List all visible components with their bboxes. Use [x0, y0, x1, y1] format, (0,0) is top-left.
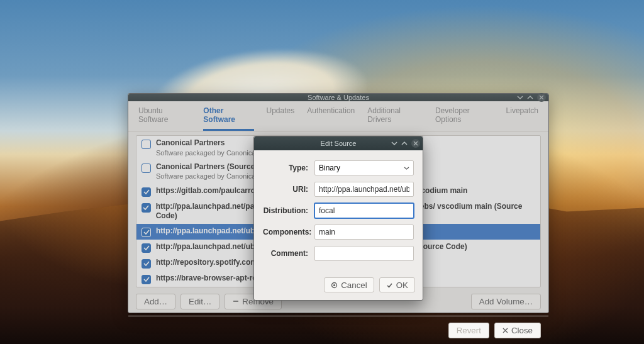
uri-input[interactable]	[314, 182, 414, 197]
minus-icon	[233, 298, 239, 304]
window-title: Software & Updates	[308, 94, 369, 101]
checkbox[interactable]	[142, 164, 151, 173]
cancel-button-label: Cancel	[341, 280, 367, 290]
add-volume-button[interactable]: Add Volume…	[471, 294, 541, 309]
checkbox[interactable]	[142, 187, 151, 197]
checkbox[interactable]	[142, 275, 151, 284]
edit-source-dialog: Edit Source Type: Binary	[253, 136, 423, 301]
uri-label: URI:	[263, 185, 314, 194]
chevron-up-icon[interactable]	[401, 140, 408, 147]
dialog-titlebar[interactable]: Edit Source	[254, 136, 423, 150]
svg-point-1	[333, 284, 335, 286]
distribution-input[interactable]	[314, 203, 414, 218]
add-button[interactable]: Add…	[136, 294, 175, 309]
distribution-label: Distribution:	[263, 206, 314, 215]
components-input[interactable]	[314, 225, 414, 240]
tab-livepatch[interactable]: Livepatch	[506, 106, 538, 131]
chevron-up-icon[interactable]	[527, 94, 533, 101]
chevron-down-icon[interactable]	[517, 94, 523, 101]
components-label: Components:	[263, 228, 314, 236]
checkbox[interactable]	[142, 203, 151, 213]
close-button-label: Close	[511, 326, 533, 335]
cancel-icon	[331, 282, 338, 289]
checkbox[interactable]	[142, 243, 151, 253]
tab-developer-options[interactable]: Developer Options	[435, 106, 494, 131]
cancel-button[interactable]: Cancel	[324, 277, 374, 292]
revert-button[interactable]: Revert	[448, 323, 489, 338]
tab-bar: Ubuntu Software Other Software Updates A…	[128, 101, 548, 131]
type-label: Type:	[263, 164, 314, 172]
tab-authentication[interactable]: Authentication	[307, 106, 355, 131]
tab-other-software[interactable]: Other Software	[203, 106, 253, 131]
chevron-down-icon[interactable]	[391, 140, 397, 147]
tab-additional-drivers[interactable]: Additional Drivers	[367, 106, 423, 131]
close-icon	[502, 328, 508, 333]
checkbox[interactable]	[142, 259, 151, 269]
checkbox[interactable]	[142, 228, 151, 237]
tab-updates[interactable]: Updates	[267, 106, 295, 131]
close-icon[interactable]	[537, 93, 546, 102]
type-select-value: Binary	[319, 164, 340, 172]
caret-down-icon	[404, 165, 409, 171]
edit-button[interactable]: Edit…	[180, 294, 219, 309]
type-select[interactable]: Binary	[314, 160, 414, 175]
window-titlebar[interactable]: Software & Updates	[128, 94, 548, 101]
dialog-title: Edit Source	[321, 140, 357, 147]
checkbox[interactable]	[142, 140, 151, 149]
check-icon	[386, 282, 393, 289]
close-icon[interactable]	[411, 139, 420, 148]
comment-label: Comment:	[263, 249, 314, 258]
tab-ubuntu-software[interactable]: Ubuntu Software	[138, 106, 191, 131]
comment-input[interactable]	[314, 246, 414, 261]
ok-button[interactable]: OK	[379, 277, 415, 292]
ok-button-label: OK	[396, 280, 408, 290]
close-button[interactable]: Close	[494, 323, 541, 338]
